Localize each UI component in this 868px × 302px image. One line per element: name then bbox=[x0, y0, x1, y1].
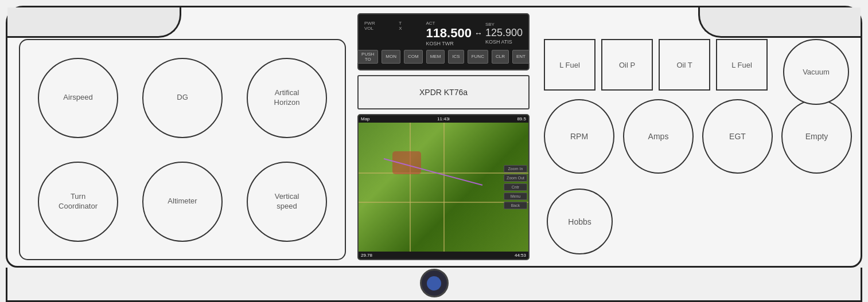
radio-btn-com[interactable]: COM bbox=[404, 50, 423, 64]
map-road-v2 bbox=[443, 115, 445, 259]
hobbs-gauge: Hobbs bbox=[547, 189, 613, 254]
xpdr-label: XPDR KT76a bbox=[419, 88, 468, 97]
airspeed-label: Airspeed bbox=[63, 93, 92, 103]
turn-coordinator-label: TurnCoordinator bbox=[59, 192, 98, 211]
radio-standby-freq: 125.900 bbox=[485, 27, 523, 39]
gps-time-bottom: 44:53 bbox=[515, 253, 526, 258]
gauge-vertical-speed: Verticalspeed bbox=[240, 155, 333, 248]
dashboard-panel: Airspeed DG ArtificalHorizon Tur bbox=[6, 6, 862, 268]
gps-btn-cntr[interactable]: Cntr bbox=[504, 183, 527, 191]
gps-btn-zoom-in[interactable]: Zoom In bbox=[504, 165, 527, 172]
radio-stby-label: SBY bbox=[485, 22, 523, 27]
radio-pwr-label: PWRVOL bbox=[364, 21, 375, 46]
egt-label: EGT bbox=[729, 132, 746, 141]
gps-unit: Map 11:43i 89.5 29.78 44:53 Zoom In Zoom… bbox=[357, 114, 530, 260]
large-gauge-amps: Amps bbox=[623, 99, 694, 174]
gps-time: 11:43i bbox=[437, 116, 450, 121]
gauge-artificial-horizon: ArtificalHorizon bbox=[240, 52, 333, 144]
radio-btn-push-to[interactable]: PUSH TO bbox=[357, 50, 378, 64]
gps-header: Map 11:43i 89.5 bbox=[359, 115, 528, 123]
radio-active-freq: 118.500 bbox=[426, 26, 472, 41]
large-gauge-empty: Empty bbox=[781, 99, 852, 174]
altimeter-label: Altimeter bbox=[168, 197, 197, 206]
connector-inner bbox=[427, 276, 441, 291]
bottom-bar bbox=[6, 268, 862, 302]
gps-map-background bbox=[359, 115, 528, 259]
rpm-label: RPM bbox=[570, 132, 588, 141]
map-road-v1 bbox=[410, 115, 411, 259]
gps-speed: 89.5 bbox=[517, 116, 526, 121]
outer-panel: Airspeed DG ArtificalHorizon Tur bbox=[0, 0, 868, 302]
radio-btn-ics[interactable]: ICS bbox=[448, 50, 464, 64]
large-gauge-row: RPM Amps EGT Empty bbox=[541, 99, 852, 174]
gauge-altimeter: Altimeter bbox=[136, 155, 229, 248]
hobbs-label: Hobbs bbox=[568, 217, 591, 226]
radio-standby-station: KOSH ATIS bbox=[485, 39, 523, 45]
oil-p-label: Oil P bbox=[619, 61, 635, 69]
vacuum-gauge: Vacuum bbox=[783, 39, 849, 105]
gps-right-buttons: Zoom In Zoom Out Cntr Menu Back bbox=[504, 127, 527, 248]
l-fuel-1-label: L Fuel bbox=[559, 61, 580, 69]
radio-unit: PWRVOL TX ACT 118.500 KOSH TWR ↔ bbox=[357, 13, 530, 70]
radio-btn-clr[interactable]: CLR bbox=[492, 50, 509, 64]
gauge-airspeed: Airspeed bbox=[32, 52, 124, 144]
dg-label: DG bbox=[177, 93, 188, 103]
radio-arrow: ↔ bbox=[474, 29, 482, 38]
vacuum-label: Vacuum bbox=[803, 68, 830, 76]
electrical-connector bbox=[420, 269, 449, 297]
radio-button-row: PUSH TO MON COM MEM ICS FUNC CLR ENT bbox=[357, 50, 530, 64]
gps-map-label: Map bbox=[361, 116, 370, 121]
large-gauge-egt: EGT bbox=[702, 99, 773, 174]
small-gauge-l-fuel-2: L Fuel bbox=[716, 39, 768, 91]
amps-label: Amps bbox=[648, 132, 669, 141]
gps-coords: 29.78 bbox=[361, 253, 372, 258]
gps-btn-zoom-out[interactable]: Zoom Out bbox=[504, 174, 527, 182]
small-gauge-oil-p: Oil P bbox=[601, 39, 653, 91]
radio-tx-label: TX bbox=[399, 21, 402, 31]
empty-label: Empty bbox=[805, 132, 828, 141]
small-gauge-oil-t: Oil T bbox=[659, 39, 710, 91]
gauge-dg: DG bbox=[136, 52, 229, 144]
center-section: PWRVOL TX ACT 118.500 KOSH TWR ↔ bbox=[357, 13, 530, 260]
small-gauge-l-fuel-1: L Fuel bbox=[544, 39, 595, 91]
left-instrument-section: Airspeed DG ArtificalHorizon Tur bbox=[19, 39, 346, 260]
artificial-horizon-label: ArtificalHorizon bbox=[274, 88, 300, 108]
radio-btn-func[interactable]: FUNC bbox=[468, 50, 488, 64]
gauge-grid: Airspeed DG ArtificalHorizon Tur bbox=[20, 40, 345, 259]
gps-screen: Map 11:43i 89.5 29.78 44:53 Zoom In Zoom… bbox=[359, 115, 528, 259]
oil-t-label: Oil T bbox=[676, 61, 692, 69]
vertical-speed-label: Verticalspeed bbox=[275, 192, 299, 211]
large-gauge-rpm: RPM bbox=[544, 99, 614, 174]
radio-btn-mem[interactable]: MEM bbox=[426, 50, 445, 64]
xpdr-unit: XPDR KT76a bbox=[357, 75, 530, 109]
gps-btn-menu[interactable]: Menu bbox=[504, 193, 527, 200]
radio-btn-ent[interactable]: ENT bbox=[512, 50, 530, 64]
l-fuel-2-label: L Fuel bbox=[731, 61, 752, 69]
radio-top-row: PWRVOL TX ACT 118.500 KOSH TWR ↔ bbox=[361, 21, 526, 46]
radio-btn-mon[interactable]: MON bbox=[382, 50, 400, 64]
gauge-turn-coordinator: TurnCoordinator bbox=[32, 155, 124, 248]
gps-footer: 29.78 44:53 bbox=[359, 252, 528, 259]
gps-btn-back[interactable]: Back bbox=[504, 202, 527, 209]
radio-active-label: ACT bbox=[426, 21, 472, 26]
radio-active-station: KOSH TWR bbox=[426, 41, 472, 46]
